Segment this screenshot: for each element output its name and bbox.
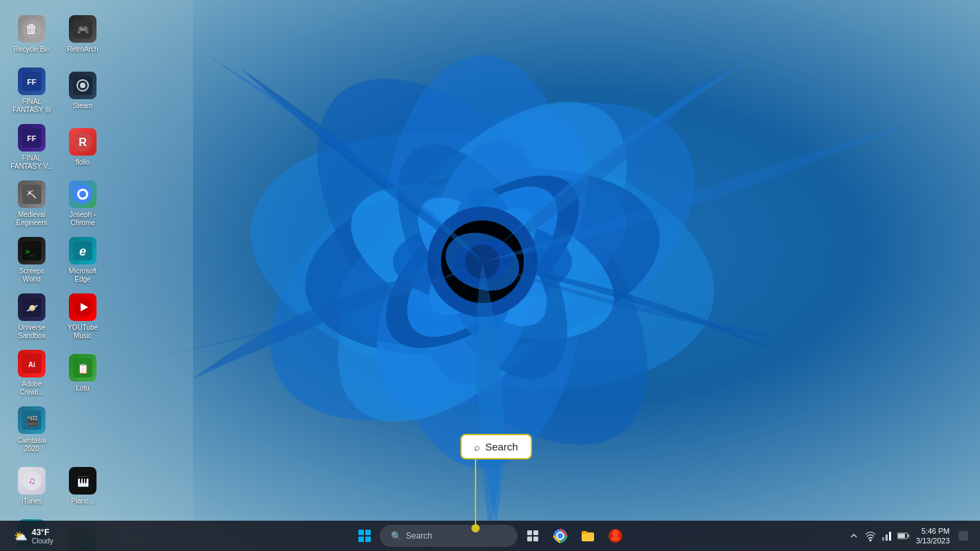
tray-chevron[interactable] xyxy=(847,529,861,543)
desktop-icon-screeps[interactable]: >_ Screeps World xyxy=(7,233,57,288)
tray-battery[interactable] xyxy=(897,529,910,543)
tray-network[interactable] xyxy=(880,529,894,543)
start-button[interactable] xyxy=(352,523,377,548)
medieval-icon: ⛏ xyxy=(18,180,45,208)
svg-text:FF: FF xyxy=(27,78,37,86)
svg-rect-68 xyxy=(358,537,364,542)
notification-icon xyxy=(959,531,968,541)
desktop-icon-steam[interactable]: Steam xyxy=(58,63,108,118)
wifi-icon xyxy=(865,530,876,541)
svg-rect-83 xyxy=(882,537,884,541)
screeps-icon: >_ xyxy=(18,237,45,264)
weather-widget[interactable]: ⛅ 43°F Cloudy xyxy=(8,525,59,548)
joseph-chrome-label: Joseph - Chrome xyxy=(61,211,105,227)
notification-button[interactable] xyxy=(955,528,972,544)
itunes-label: iTunes xyxy=(21,497,42,506)
svg-point-82 xyxy=(870,539,872,541)
svg-text:📋: 📋 xyxy=(77,363,90,375)
windows-icon xyxy=(358,529,371,543)
desktop-icon-ff6[interactable]: FF FINAL FANTASY III xyxy=(7,63,57,118)
adobe-icon: Ai xyxy=(18,350,45,377)
ff6-label: FINAL FANTASY III xyxy=(10,98,54,114)
task-view-button[interactable] xyxy=(520,523,545,548)
flollo-label: flollo xyxy=(76,158,90,167)
svg-rect-89 xyxy=(959,531,968,541)
tray-icons xyxy=(847,529,910,543)
callout-label: Search xyxy=(485,441,518,453)
weather-temp: 43°F xyxy=(32,528,53,537)
screeps-label: Screeps World xyxy=(10,267,54,284)
taskbar-right: 5:46 PM 3/13/2023 xyxy=(847,526,972,546)
weather-condition: Cloudy xyxy=(32,537,53,545)
desktop-icon-joseph-chrome[interactable]: Joseph - Chrome xyxy=(58,176,108,231)
joseph-chrome-icon xyxy=(69,180,96,208)
recycle-bin-icon: 🗑 xyxy=(18,15,45,43)
flollo-icon: R xyxy=(69,128,96,156)
svg-text:Ai: Ai xyxy=(28,361,35,368)
task-view-icon xyxy=(527,530,539,542)
callout-box: ⌕ Search xyxy=(460,434,532,459)
youtube-music-icon xyxy=(69,293,96,321)
clock-date: 3/13/2023 xyxy=(916,536,950,545)
svg-rect-67 xyxy=(365,530,371,535)
svg-rect-85 xyxy=(889,532,891,541)
taskbar-file-explorer[interactable] xyxy=(575,523,600,548)
svg-rect-73 xyxy=(533,537,538,541)
recycle-bin-label: Recycle Bin xyxy=(14,45,50,54)
network-icon xyxy=(881,530,892,541)
desktop: 🗑 Recycle Bin 🎮 RetroArch FF FINAL FANTA… xyxy=(0,0,980,551)
red-app-icon xyxy=(608,528,623,543)
svg-rect-71 xyxy=(533,530,538,535)
desktop-icon-camtasia[interactable]: 🎬 Camtasia 2020 xyxy=(7,402,57,457)
clock-time: 5:46 PM xyxy=(916,526,950,536)
svg-text:FF: FF xyxy=(27,134,37,143)
callout-container: ⌕ Search xyxy=(460,434,532,459)
svg-point-76 xyxy=(558,533,563,539)
desktop-icon-flollo[interactable]: R flollo xyxy=(58,120,108,175)
universe-icon: 🪐 xyxy=(18,293,45,321)
taskbar-app-red[interactable] xyxy=(603,523,628,548)
desktop-icon-piano[interactable]: 🎹 Piano... xyxy=(58,459,108,514)
svg-rect-66 xyxy=(358,530,364,535)
taskbar-chrome[interactable] xyxy=(548,523,573,548)
desktop-icon-medieval[interactable]: ⛏ Medieval Engineers xyxy=(7,176,57,231)
desktop-icon-recycle-bin[interactable]: 🗑 Recycle Bin xyxy=(7,7,57,62)
weather-info: 43°F Cloudy xyxy=(32,528,53,545)
svg-rect-84 xyxy=(886,534,888,541)
svg-rect-69 xyxy=(365,537,371,542)
steam-icon xyxy=(69,72,96,99)
taskbar-search-icon: 🔍 xyxy=(391,531,402,541)
ms-edge-icon: e xyxy=(69,237,96,264)
svg-text:e: e xyxy=(79,245,86,258)
desktop-icon-ff5[interactable]: FF FINAL FANTASY V... xyxy=(7,120,57,175)
desktop-icon-adobe[interactable]: Ai Adobe Creati... xyxy=(7,346,57,401)
battery-icon xyxy=(897,532,910,540)
callout-search-icon: ⌕ xyxy=(474,441,480,453)
ms-edge-label: Microsoft Edge xyxy=(61,267,105,284)
universe-label: Universe Sandbox xyxy=(10,324,54,340)
desktop-icon-youtube-music[interactable]: YOUTube Music xyxy=(58,289,108,344)
taskbar-search-label: Search xyxy=(406,531,432,541)
svg-rect-70 xyxy=(527,530,532,535)
svg-point-80 xyxy=(612,530,619,537)
desktop-icons: 🗑 Recycle Bin 🎮 RetroArch FF FINAL FANTA… xyxy=(7,7,108,551)
chrome-icon xyxy=(553,528,568,543)
clock[interactable]: 5:46 PM 3/13/2023 xyxy=(916,526,950,546)
desktop-icon-itunes[interactable]: ♫ iTunes xyxy=(7,459,57,514)
weather-icon: ⛅ xyxy=(14,530,28,543)
desktop-icon-ms-edge[interactable]: e Microsoft Edge xyxy=(58,233,108,288)
steam-label: Steam xyxy=(73,102,93,110)
adobe-label: Adobe Creati... xyxy=(10,380,54,397)
piano-label: Piano... xyxy=(71,497,94,506)
svg-rect-78 xyxy=(582,531,587,534)
camtasia-icon: 🎬 xyxy=(18,406,45,434)
tray-wifi[interactable] xyxy=(864,529,877,543)
retroarch-icon: 🎮 xyxy=(69,15,96,43)
desktop-icon-universe[interactable]: 🪐 Universe Sandbox xyxy=(7,289,57,344)
svg-text:>_: >_ xyxy=(25,248,34,256)
svg-rect-72 xyxy=(527,537,532,541)
desktop-icon-retroarch[interactable]: 🎮 RetroArch xyxy=(58,7,108,62)
lotu-label: Lotu xyxy=(76,384,89,393)
file-explorer-icon xyxy=(581,529,595,543)
desktop-icon-lotu[interactable]: 📋 Lotu xyxy=(58,346,108,401)
